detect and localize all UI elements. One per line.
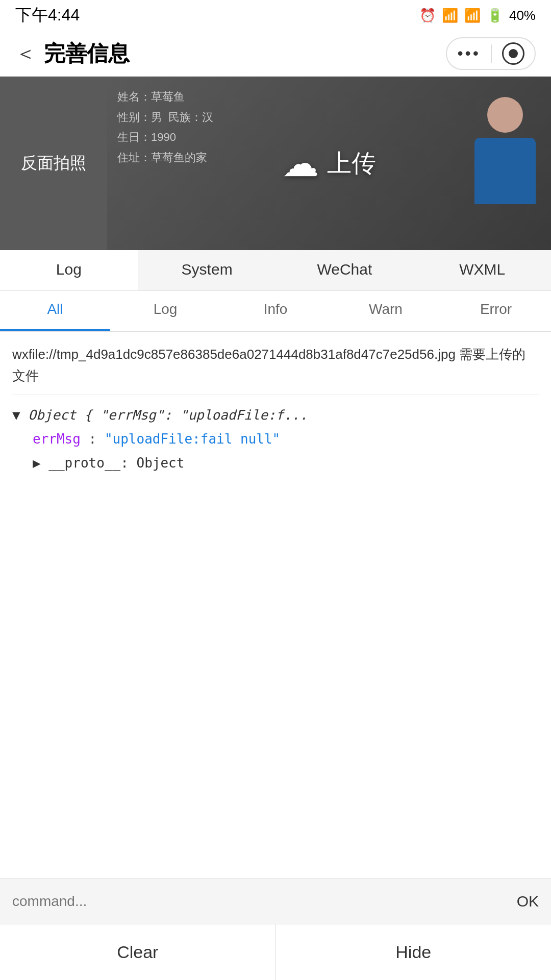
errmsg-value: "uploadFile:fail null" [105, 431, 280, 447]
tab-warn[interactable]: Warn [331, 291, 441, 331]
tab-wxml[interactable]: WXML [413, 250, 551, 290]
proto-label: ▶ __proto__: Object [33, 455, 184, 471]
person-body [474, 138, 536, 204]
log-errmsg-line: errMsg : "uploadFile:fail null" [12, 427, 539, 451]
tab-wechat[interactable]: WeChat [276, 250, 414, 290]
object-summary-text: Object { "errMsg": "uploadFile:f... [28, 407, 308, 423]
tab-bar-primary: Log System WeChat WXML [0, 250, 551, 291]
card-gender: 性别：男 民族：汉 [117, 107, 213, 128]
log-line-file: wxfile://tmp_4d9a1dc9c857e86385de6a02714… [12, 344, 539, 386]
log-proto-line[interactable]: ▶ __proto__: Object [12, 451, 539, 475]
upload-label: 上传 [327, 147, 376, 180]
record-icon [509, 49, 518, 58]
errmsg-key: errMsg [33, 431, 81, 447]
nav-left: ＜ 完善信息 [15, 39, 130, 68]
battery-icon: 🔋 [487, 8, 503, 23]
record-button[interactable] [502, 42, 524, 65]
bottom-bar: Clear Hide [0, 924, 551, 980]
signal-icon: 📶 [464, 8, 481, 23]
preview-left-panel: 反面拍照 [0, 77, 107, 250]
tab-log[interactable]: Log [0, 250, 138, 290]
page-title: 完善信息 [44, 39, 130, 68]
wifi-icon: 📶 [442, 8, 458, 23]
battery-text: 40% [509, 8, 536, 23]
main-area: 反面拍照 姓名：草莓鱼 性别：男 民族：汉 生日：1990 住址：草莓鱼的家 [0, 77, 551, 980]
card-address: 住址：草莓鱼的家 [117, 148, 213, 168]
tab-error[interactable]: Error [441, 291, 551, 331]
clear-button[interactable]: Clear [0, 924, 276, 980]
more-button[interactable]: ••• [457, 44, 481, 63]
nav-divider [491, 44, 492, 63]
nav-bar: ＜ 完善信息 ••• [0, 31, 551, 77]
card-birth: 生日：1990 [117, 127, 213, 148]
preview-left-label: 反面拍照 [21, 152, 86, 175]
errmsg-colon: : [89, 431, 105, 447]
preview-area: 反面拍照 姓名：草莓鱼 性别：男 民族：汉 生日：1990 住址：草莓鱼的家 [0, 77, 551, 250]
status-bar: 下午4:44 ⏰ 📶 📶 🔋 40% [0, 0, 551, 31]
command-bar: OK [0, 878, 551, 924]
status-time: 下午4:44 [15, 4, 80, 27]
status-icons: ⏰ 📶 📶 🔋 40% [419, 8, 536, 23]
tab-log-secondary[interactable]: Log [110, 291, 220, 331]
nav-right-actions: ••• [446, 37, 536, 70]
collapse-arrow: ▼ [12, 407, 28, 423]
upload-overlay[interactable]: ☁ 上传 [282, 142, 376, 185]
tab-bar-secondary: All Log Info Warn Error [0, 291, 551, 332]
back-button[interactable]: ＜ [15, 39, 36, 67]
tab-info[interactable]: Info [220, 291, 331, 331]
tab-all[interactable]: All [0, 291, 110, 331]
log-separator [12, 395, 539, 395]
command-input[interactable] [12, 893, 517, 910]
card-info: 姓名：草莓鱼 性别：男 民族：汉 生日：1990 住址：草莓鱼的家 [117, 87, 213, 167]
log-object-summary[interactable]: ▼ Object { "errMsg": "uploadFile:f... [12, 403, 539, 427]
tab-system[interactable]: System [138, 250, 276, 290]
upload-cloud-icon: ☁ [282, 142, 319, 185]
ok-button[interactable]: OK [517, 893, 539, 910]
person-head [487, 97, 523, 133]
card-name: 姓名：草莓鱼 [117, 87, 213, 107]
alarm-icon: ⏰ [419, 8, 436, 23]
hide-button[interactable]: Hide [276, 924, 552, 980]
preview-right-panel: 姓名：草莓鱼 性别：男 民族：汉 生日：1990 住址：草莓鱼的家 ☁ 上传 [107, 77, 551, 250]
